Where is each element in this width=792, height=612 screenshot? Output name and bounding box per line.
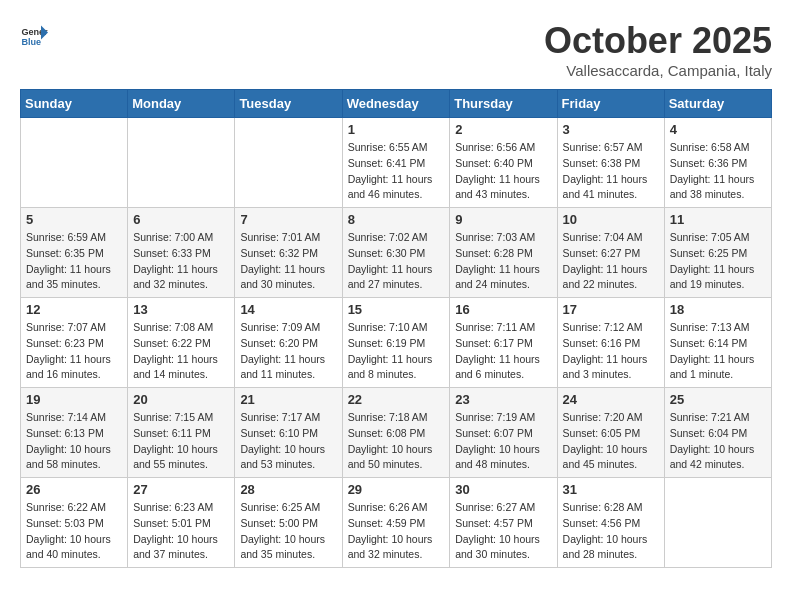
calendar-header-row: SundayMondayTuesdayWednesdayThursdayFrid… (21, 90, 772, 118)
calendar-day-cell (128, 118, 235, 208)
calendar-day-cell: 5Sunrise: 6:59 AM Sunset: 6:35 PM Daylig… (21, 208, 128, 298)
calendar-day-cell: 1Sunrise: 6:55 AM Sunset: 6:41 PM Daylig… (342, 118, 450, 208)
calendar-week-row: 19Sunrise: 7:14 AM Sunset: 6:13 PM Dayli… (21, 388, 772, 478)
calendar-day-cell: 20Sunrise: 7:15 AM Sunset: 6:11 PM Dayli… (128, 388, 235, 478)
calendar-day-cell: 15Sunrise: 7:10 AM Sunset: 6:19 PM Dayli… (342, 298, 450, 388)
calendar-day-cell (235, 118, 342, 208)
calendar-day-cell: 30Sunrise: 6:27 AM Sunset: 4:57 PM Dayli… (450, 478, 557, 568)
day-number: 19 (26, 392, 122, 407)
day-number: 10 (563, 212, 659, 227)
calendar-day-cell (664, 478, 771, 568)
day-number: 14 (240, 302, 336, 317)
day-number: 9 (455, 212, 551, 227)
day-number: 4 (670, 122, 766, 137)
day-info: Sunrise: 7:15 AM Sunset: 6:11 PM Dayligh… (133, 410, 229, 473)
day-info: Sunrise: 7:18 AM Sunset: 6:08 PM Dayligh… (348, 410, 445, 473)
calendar-day-cell: 3Sunrise: 6:57 AM Sunset: 6:38 PM Daylig… (557, 118, 664, 208)
day-header-monday: Monday (128, 90, 235, 118)
calendar-day-cell: 23Sunrise: 7:19 AM Sunset: 6:07 PM Dayli… (450, 388, 557, 478)
calendar-day-cell: 25Sunrise: 7:21 AM Sunset: 6:04 PM Dayli… (664, 388, 771, 478)
day-info: Sunrise: 7:20 AM Sunset: 6:05 PM Dayligh… (563, 410, 659, 473)
calendar-day-cell: 7Sunrise: 7:01 AM Sunset: 6:32 PM Daylig… (235, 208, 342, 298)
day-number: 6 (133, 212, 229, 227)
svg-text:Blue: Blue (21, 37, 41, 47)
day-number: 13 (133, 302, 229, 317)
day-info: Sunrise: 7:05 AM Sunset: 6:25 PM Dayligh… (670, 230, 766, 293)
day-info: Sunrise: 7:12 AM Sunset: 6:16 PM Dayligh… (563, 320, 659, 383)
day-number: 1 (348, 122, 445, 137)
calendar-day-cell: 21Sunrise: 7:17 AM Sunset: 6:10 PM Dayli… (235, 388, 342, 478)
day-number: 17 (563, 302, 659, 317)
day-header-sunday: Sunday (21, 90, 128, 118)
day-number: 20 (133, 392, 229, 407)
calendar-day-cell: 8Sunrise: 7:02 AM Sunset: 6:30 PM Daylig… (342, 208, 450, 298)
day-number: 18 (670, 302, 766, 317)
calendar-day-cell: 22Sunrise: 7:18 AM Sunset: 6:08 PM Dayli… (342, 388, 450, 478)
day-info: Sunrise: 6:59 AM Sunset: 6:35 PM Dayligh… (26, 230, 122, 293)
day-number: 12 (26, 302, 122, 317)
calendar-day-cell: 19Sunrise: 7:14 AM Sunset: 6:13 PM Dayli… (21, 388, 128, 478)
day-number: 31 (563, 482, 659, 497)
day-number: 5 (26, 212, 122, 227)
calendar-week-row: 5Sunrise: 6:59 AM Sunset: 6:35 PM Daylig… (21, 208, 772, 298)
day-info: Sunrise: 6:26 AM Sunset: 4:59 PM Dayligh… (348, 500, 445, 563)
calendar-day-cell (21, 118, 128, 208)
day-info: Sunrise: 7:13 AM Sunset: 6:14 PM Dayligh… (670, 320, 766, 383)
calendar-day-cell: 12Sunrise: 7:07 AM Sunset: 6:23 PM Dayli… (21, 298, 128, 388)
calendar-day-cell: 27Sunrise: 6:23 AM Sunset: 5:01 PM Dayli… (128, 478, 235, 568)
day-info: Sunrise: 7:07 AM Sunset: 6:23 PM Dayligh… (26, 320, 122, 383)
day-number: 29 (348, 482, 445, 497)
day-header-friday: Friday (557, 90, 664, 118)
day-info: Sunrise: 7:09 AM Sunset: 6:20 PM Dayligh… (240, 320, 336, 383)
day-info: Sunrise: 6:56 AM Sunset: 6:40 PM Dayligh… (455, 140, 551, 203)
day-number: 25 (670, 392, 766, 407)
day-info: Sunrise: 6:27 AM Sunset: 4:57 PM Dayligh… (455, 500, 551, 563)
day-info: Sunrise: 7:14 AM Sunset: 6:13 PM Dayligh… (26, 410, 122, 473)
calendar-day-cell: 24Sunrise: 7:20 AM Sunset: 6:05 PM Dayli… (557, 388, 664, 478)
location-subtitle: Vallesaccarda, Campania, Italy (544, 62, 772, 79)
title-block: October 2025 Vallesaccarda, Campania, It… (544, 20, 772, 79)
day-number: 8 (348, 212, 445, 227)
logo-icon: General Blue (20, 20, 48, 48)
day-info: Sunrise: 7:08 AM Sunset: 6:22 PM Dayligh… (133, 320, 229, 383)
calendar-day-cell: 2Sunrise: 6:56 AM Sunset: 6:40 PM Daylig… (450, 118, 557, 208)
day-info: Sunrise: 6:28 AM Sunset: 4:56 PM Dayligh… (563, 500, 659, 563)
calendar-week-row: 1Sunrise: 6:55 AM Sunset: 6:41 PM Daylig… (21, 118, 772, 208)
calendar-day-cell: 4Sunrise: 6:58 AM Sunset: 6:36 PM Daylig… (664, 118, 771, 208)
calendar-day-cell: 13Sunrise: 7:08 AM Sunset: 6:22 PM Dayli… (128, 298, 235, 388)
day-number: 3 (563, 122, 659, 137)
day-number: 26 (26, 482, 122, 497)
day-info: Sunrise: 7:19 AM Sunset: 6:07 PM Dayligh… (455, 410, 551, 473)
calendar-table: SundayMondayTuesdayWednesdayThursdayFrid… (20, 89, 772, 568)
calendar-day-cell: 16Sunrise: 7:11 AM Sunset: 6:17 PM Dayli… (450, 298, 557, 388)
day-info: Sunrise: 6:58 AM Sunset: 6:36 PM Dayligh… (670, 140, 766, 203)
day-info: Sunrise: 7:02 AM Sunset: 6:30 PM Dayligh… (348, 230, 445, 293)
calendar-week-row: 26Sunrise: 6:22 AM Sunset: 5:03 PM Dayli… (21, 478, 772, 568)
calendar-day-cell: 11Sunrise: 7:05 AM Sunset: 6:25 PM Dayli… (664, 208, 771, 298)
day-number: 23 (455, 392, 551, 407)
day-header-thursday: Thursday (450, 90, 557, 118)
day-number: 22 (348, 392, 445, 407)
calendar-day-cell: 17Sunrise: 7:12 AM Sunset: 6:16 PM Dayli… (557, 298, 664, 388)
calendar-day-cell: 10Sunrise: 7:04 AM Sunset: 6:27 PM Dayli… (557, 208, 664, 298)
day-info: Sunrise: 7:03 AM Sunset: 6:28 PM Dayligh… (455, 230, 551, 293)
day-info: Sunrise: 7:11 AM Sunset: 6:17 PM Dayligh… (455, 320, 551, 383)
day-number: 15 (348, 302, 445, 317)
calendar-day-cell: 6Sunrise: 7:00 AM Sunset: 6:33 PM Daylig… (128, 208, 235, 298)
day-header-wednesday: Wednesday (342, 90, 450, 118)
day-number: 30 (455, 482, 551, 497)
day-number: 16 (455, 302, 551, 317)
month-title: October 2025 (544, 20, 772, 62)
calendar-day-cell: 26Sunrise: 6:22 AM Sunset: 5:03 PM Dayli… (21, 478, 128, 568)
day-info: Sunrise: 6:22 AM Sunset: 5:03 PM Dayligh… (26, 500, 122, 563)
day-info: Sunrise: 7:10 AM Sunset: 6:19 PM Dayligh… (348, 320, 445, 383)
day-info: Sunrise: 6:55 AM Sunset: 6:41 PM Dayligh… (348, 140, 445, 203)
calendar-day-cell: 14Sunrise: 7:09 AM Sunset: 6:20 PM Dayli… (235, 298, 342, 388)
day-number: 21 (240, 392, 336, 407)
day-header-saturday: Saturday (664, 90, 771, 118)
calendar-week-row: 12Sunrise: 7:07 AM Sunset: 6:23 PM Dayli… (21, 298, 772, 388)
day-number: 27 (133, 482, 229, 497)
calendar-day-cell: 9Sunrise: 7:03 AM Sunset: 6:28 PM Daylig… (450, 208, 557, 298)
day-info: Sunrise: 7:21 AM Sunset: 6:04 PM Dayligh… (670, 410, 766, 473)
day-number: 24 (563, 392, 659, 407)
